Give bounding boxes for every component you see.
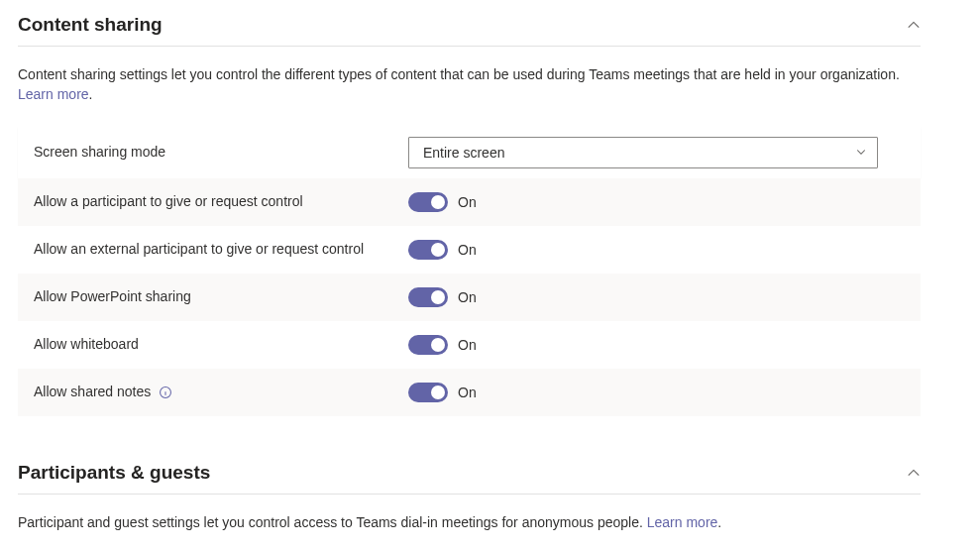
row-shared-notes: Allow shared notes On [18,369,921,416]
shared-notes-state: On [458,385,477,400]
row-whiteboard: Allow whiteboard On [18,321,921,369]
participants-guests-description: Participant and guest settings let you c… [18,512,921,532]
content-sharing-description: Content sharing settings let you control… [18,64,921,105]
row-powerpoint-sharing: Allow PowerPoint sharing On [18,274,921,321]
settings-page: Content sharing Content sharing settings… [0,0,980,551]
whiteboard-toggle[interactable] [408,335,448,355]
description-text: Content sharing settings let you control… [18,66,900,82]
powerpoint-sharing-state: On [458,289,477,305]
description-text: Participant and guest settings let you c… [18,514,643,530]
screen-sharing-mode-dropdown[interactable]: Entire screen [408,137,878,168]
whiteboard-state: On [458,337,477,353]
info-icon[interactable] [159,386,172,399]
chevron-up-icon [907,18,921,32]
participant-control-label: Allow a participant to give or request c… [34,192,408,212]
content-sharing-title: Content sharing [18,14,163,36]
row-external-control: Allow an external participant to give or… [18,226,921,274]
participant-control-toggle[interactable] [408,192,448,212]
participants-guests-header[interactable]: Participants & guests [18,456,921,495]
powerpoint-sharing-label: Allow PowerPoint sharing [34,287,408,307]
screen-sharing-mode-label: Screen sharing mode [34,143,408,163]
participant-control-state: On [458,194,477,210]
shared-notes-label: Allow shared notes [34,383,151,402]
external-control-toggle[interactable] [408,240,448,260]
powerpoint-sharing-toggle[interactable] [408,287,448,307]
shared-notes-toggle[interactable] [408,383,448,402]
dropdown-value: Entire screen [423,145,504,161]
external-control-state: On [458,242,477,258]
chevron-up-icon [907,466,921,480]
row-screen-sharing-mode: Screen sharing mode Entire screen [18,127,921,178]
row-participant-control: Allow a participant to give or request c… [18,178,921,226]
external-control-label: Allow an external participant to give or… [34,240,408,260]
content-sharing-header[interactable]: Content sharing [18,8,921,47]
shared-notes-label-wrap: Allow shared notes [34,383,408,402]
content-sharing-settings: Screen sharing mode Entire screen Allow … [18,127,921,416]
whiteboard-label: Allow whiteboard [34,335,408,355]
learn-more-link[interactable]: Learn more [647,514,718,530]
learn-more-link[interactable]: Learn more [18,86,89,102]
participants-guests-title: Participants & guests [18,462,210,484]
chevron-down-icon [855,145,867,161]
